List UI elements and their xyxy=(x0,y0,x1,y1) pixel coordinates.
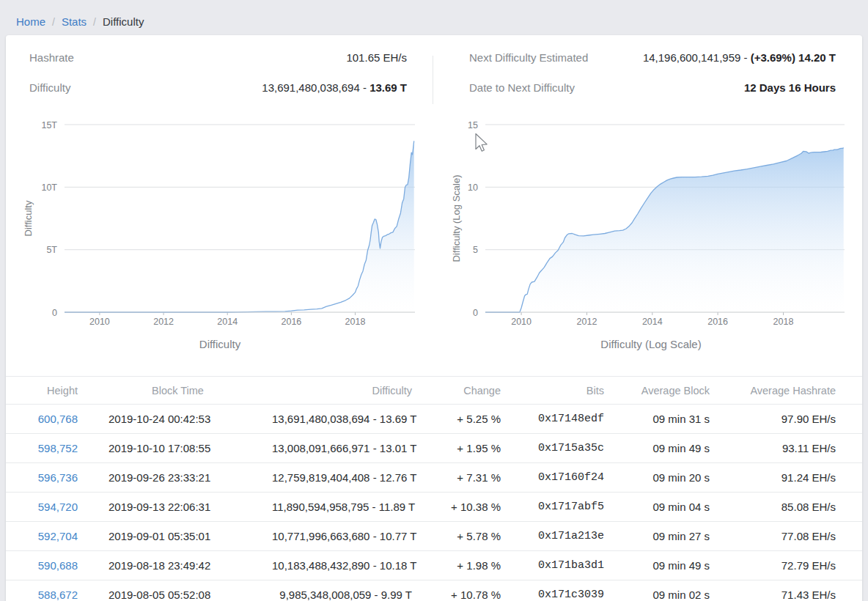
block-height-link[interactable]: 590,688 xyxy=(38,559,78,572)
average-block-cell: 09 min 04 s xyxy=(611,493,717,522)
hashrate-label: Hashrate xyxy=(29,51,74,64)
average-block-cell: 09 min 20 s xyxy=(611,463,717,493)
table-row: 590,688 2019-08-18 23:49:42 10,183,488,4… xyxy=(6,551,862,580)
block-height-cell: 600,768 xyxy=(6,405,85,434)
difficulty-linear-chart: 05T10T15T20102012201420162018 Difficulty… xyxy=(6,114,434,363)
block-time-cell: 2019-08-05 05:52:08 xyxy=(85,580,271,601)
average-hashrate-cell: 97.90 EH/s xyxy=(717,405,862,434)
svg-text:10T: 10T xyxy=(41,182,57,193)
block-time-cell: 2019-09-01 05:35:01 xyxy=(85,522,271,551)
block-height-cell: 596,736 xyxy=(6,463,85,493)
stat-row-next-difficulty: Next Difficulty Estimated 14,196,600,141… xyxy=(433,43,862,73)
block-height-cell: 592,704 xyxy=(6,522,85,551)
change-cell: + 10.78 % xyxy=(419,580,508,601)
block-time-cell: 2019-10-24 00:42:53 xyxy=(85,405,271,434)
block-height-cell: 590,688 xyxy=(6,551,85,580)
svg-text:2012: 2012 xyxy=(577,317,597,327)
bits-cell: 0x1717abf5 xyxy=(508,493,611,522)
difficulty-cell: 13,691,480,038,694 - 13.69 T xyxy=(271,405,419,434)
table-header-row: Height Block Time Difficulty Change Bits… xyxy=(6,377,862,405)
difficulty-value: 13,691,480,038,694 - 13.69 T xyxy=(262,81,407,94)
svg-text:2012: 2012 xyxy=(153,317,174,327)
bits-cell: 0x171c3039 xyxy=(508,580,611,601)
next-difficulty-value: 14,196,600,141,959 - (+3.69%) 14.20 T xyxy=(643,51,836,64)
stat-row-date-to-next-difficulty: Date to Next Difficulty 12 Days 16 Hours xyxy=(433,73,862,103)
header-block-time: Block Time xyxy=(85,377,271,405)
table-row: 592,704 2019-09-01 05:35:01 10,771,996,6… xyxy=(6,522,862,551)
stat-row-difficulty: Difficulty 13,691,480,038,694 - 13.69 T xyxy=(6,73,433,103)
svg-text:2016: 2016 xyxy=(281,317,301,327)
bits-cell: 0x1715a35c xyxy=(508,434,611,463)
bits-cell: 0x171ba3d1 xyxy=(508,551,611,580)
average-hashrate-cell: 77.08 EH/s xyxy=(717,522,862,551)
block-time-cell: 2019-09-13 22:06:31 xyxy=(85,493,271,522)
block-height-cell: 598,752 xyxy=(6,434,85,463)
bits-cell: 0x17148edf xyxy=(508,405,611,434)
stats-right-column: Next Difficulty Estimated 14,196,600,141… xyxy=(433,43,862,103)
breadcrumb-separator: / xyxy=(52,16,55,28)
breadcrumb-current-page: Difficulty xyxy=(103,15,144,28)
next-difficulty-label: Next Difficulty Estimated xyxy=(469,51,588,64)
block-height-link[interactable]: 594,720 xyxy=(38,501,78,513)
svg-text:5: 5 xyxy=(473,245,478,255)
difficulty-linear-y-axis-label: Difficulty xyxy=(23,201,34,237)
breadcrumb-stats-link[interactable]: Stats xyxy=(62,15,87,28)
header-change: Change xyxy=(419,377,508,405)
average-block-cell: 09 min 49 s xyxy=(611,551,717,580)
header-average-hashrate: Average Hashrate xyxy=(717,377,862,405)
breadcrumb-home-link[interactable]: Home xyxy=(16,15,45,28)
difficulty-cell: 11,890,594,958,795 - 11.89 T xyxy=(271,493,419,522)
change-cell: + 5.78 % xyxy=(419,522,508,551)
difficulty-log-chart-plot[interactable]: 05101520102012201420162018 xyxy=(440,114,862,333)
change-cell: + 7.31 % xyxy=(419,463,508,493)
block-height-link[interactable]: 596,736 xyxy=(38,471,78,484)
bits-cell: 0x17160f24 xyxy=(508,463,611,493)
mouse-cursor xyxy=(474,133,490,153)
table-row: 588,672 2019-08-05 05:52:08 9,985,348,00… xyxy=(6,580,862,601)
average-hashrate-cell: 72.79 EH/s xyxy=(717,551,862,580)
stats-left-column: Hashrate 101.65 EH/s Difficulty 13,691,4… xyxy=(6,43,433,103)
svg-text:2016: 2016 xyxy=(707,317,728,327)
svg-text:5T: 5T xyxy=(46,245,57,255)
breadcrumb-separator: / xyxy=(93,16,96,28)
svg-text:2014: 2014 xyxy=(217,317,238,327)
stats-card: Hashrate 101.65 EH/s Difficulty 13,691,4… xyxy=(6,35,862,601)
block-height-link[interactable]: 592,704 xyxy=(38,530,78,542)
svg-text:2018: 2018 xyxy=(773,317,794,327)
average-block-cell: 09 min 02 s xyxy=(611,580,717,601)
difficulty-cell: 10,771,996,663,680 - 10.77 T xyxy=(271,522,419,551)
table-row: 594,720 2019-09-13 22:06:31 11,890,594,9… xyxy=(6,493,862,522)
average-hashrate-cell: 71.43 EH/s xyxy=(717,580,862,601)
average-block-cell: 09 min 27 s xyxy=(611,522,717,551)
header-difficulty: Difficulty xyxy=(271,377,419,405)
svg-text:10: 10 xyxy=(468,182,478,193)
hashrate-value: 101.65 EH/s xyxy=(346,51,407,64)
bits-cell: 0x171a213e xyxy=(508,522,611,551)
average-hashrate-cell: 93.11 EH/s xyxy=(717,434,862,463)
svg-text:2010: 2010 xyxy=(511,317,532,327)
svg-text:0: 0 xyxy=(473,308,478,318)
table-row: 596,736 2019-09-26 23:33:21 12,759,819,4… xyxy=(6,463,862,493)
difficulty-label: Difficulty xyxy=(29,81,70,94)
block-time-cell: 2019-10-10 17:08:55 xyxy=(85,434,271,463)
table-row: 598,752 2019-10-10 17:08:55 13,008,091,6… xyxy=(6,434,862,463)
average-hashrate-cell: 85.08 EH/s xyxy=(717,493,862,522)
block-height-link[interactable]: 588,672 xyxy=(38,589,78,601)
block-height-cell: 588,672 xyxy=(6,580,85,601)
difficulty-cell: 9,985,348,008,059 - 9.99 T xyxy=(271,580,419,601)
difficulty-log-chart-title: Difficulty (Log Scale) xyxy=(440,338,862,350)
header-height: Height xyxy=(6,377,85,405)
svg-text:2018: 2018 xyxy=(345,317,366,327)
header-bits: Bits xyxy=(508,377,611,405)
block-height-cell: 594,720 xyxy=(6,493,85,522)
table-row: 600,768 2019-10-24 00:42:53 13,691,480,0… xyxy=(6,405,862,434)
difficulty-cell: 12,759,819,404,408 - 12.76 T xyxy=(271,463,419,493)
difficulty-linear-chart-plot[interactable]: 05T10T15T20102012201420162018 xyxy=(6,114,434,333)
svg-text:0: 0 xyxy=(52,308,57,318)
block-height-link[interactable]: 600,768 xyxy=(38,413,78,425)
block-height-link[interactable]: 598,752 xyxy=(38,442,78,454)
average-block-cell: 09 min 31 s xyxy=(611,405,717,434)
difficulty-cell: 13,008,091,666,971 - 13.01 T xyxy=(271,434,419,463)
average-hashrate-cell: 91.24 EH/s xyxy=(717,463,862,493)
date-to-next-difficulty-label: Date to Next Difficulty xyxy=(469,81,575,94)
